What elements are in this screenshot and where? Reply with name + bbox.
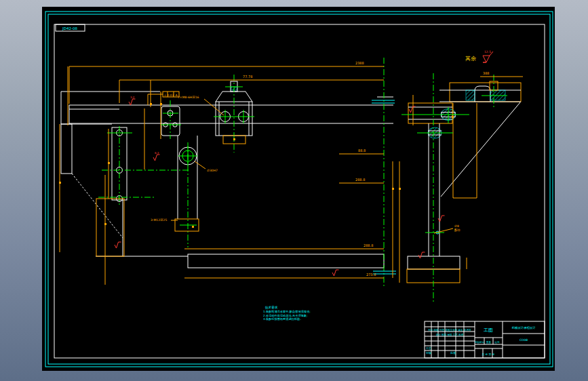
- dim-right-b: 288.8: [355, 178, 365, 182]
- title-block-sheet: 共 张 第 张: [482, 353, 495, 356]
- dim-right-a: 88.8: [358, 148, 366, 153]
- title-block-marks-row: 标记 处数 分区 更改文件号 签名 年月日: [427, 328, 471, 332]
- section-hatch-left: [466, 90, 475, 100]
- title-block-process-cell: 工艺: [426, 346, 431, 350]
- drawing-name: 工图: [484, 327, 493, 333]
- label-thread-holes: 7×M8-6H深16: [178, 96, 199, 99]
- cad-drawing-canvas[interactable]: JD42-08: [0, 0, 588, 381]
- title-block-scale: 比例: [495, 341, 500, 344]
- title-block-approve-cell: 批准: [450, 351, 456, 355]
- surface-note-prefix: 其余: [465, 56, 476, 62]
- fcf-tolerance: 0.03: [167, 94, 174, 97]
- title-block-stage: 阶段标记: [475, 340, 484, 344]
- dim-arm: 388: [483, 71, 490, 75]
- title-block-company: 机械设计课程设计: [511, 326, 536, 329]
- label-fit-a: ∅8: [454, 224, 459, 228]
- title-block-audit-cell: 审核: [426, 351, 431, 355]
- fcf-symbol: ⊥: [163, 93, 167, 97]
- roughness-value-2: 6.3: [155, 151, 159, 155]
- tech-req-item: 2.各运动件应运动灵活,无卡滞现象;: [263, 314, 307, 317]
- dim-overall: 2388: [355, 61, 364, 65]
- label-fit-b: 配作: [454, 228, 461, 232]
- title-block-weight: 重量: [486, 340, 491, 344]
- label-tapped: 3-M12深25: [151, 218, 167, 222]
- title-block-number: CO08: [520, 338, 528, 342]
- corner-label: JD42-08: [62, 26, 77, 31]
- dim-right-c: 288.8: [364, 243, 373, 247]
- dim-upper: 77.78: [243, 75, 252, 79]
- dim-right-d: 273.8: [366, 273, 376, 277]
- surface-note-value: 12.5: [484, 50, 491, 54]
- desktop-background: JD42-08: [0, 0, 588, 381]
- label-bore: ∅30H7: [207, 169, 218, 172]
- title-block-roles-row: 设计 校核 审核 工艺 批准: [436, 333, 464, 336]
- roughness-value-1: 3.2: [130, 96, 135, 99]
